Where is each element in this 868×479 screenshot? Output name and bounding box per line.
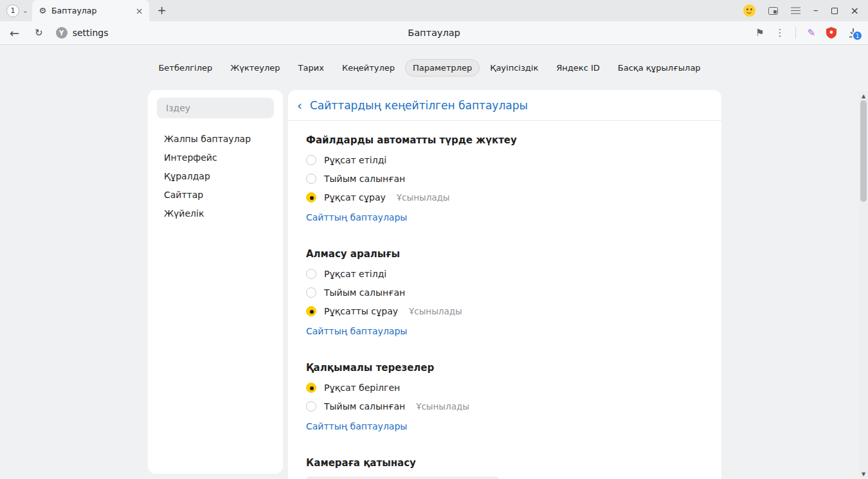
recommended-note: Ұсынылады bbox=[416, 401, 469, 411]
sidebar-item[interactable]: Интерфейс bbox=[148, 149, 283, 167]
tab-title: Баптаулар bbox=[51, 6, 131, 15]
settings-nav-tab[interactable]: Кеңейтулер bbox=[334, 59, 402, 77]
scrollbar[interactable]: ▲ ▼ bbox=[859, 91, 868, 479]
section-title: Камераға қатынасу bbox=[306, 458, 703, 469]
toolbar-right-icons: ⚑ ⋮ ✎ 1 bbox=[755, 21, 859, 44]
radio-option-row[interactable]: Рұқсат берілген bbox=[306, 383, 703, 393]
radio-button[interactable] bbox=[306, 155, 316, 165]
browser-tab-active[interactable]: ⚙ Баптаулар × bbox=[32, 0, 149, 21]
settings-nav-tab[interactable]: Яндекс ID bbox=[548, 59, 608, 77]
radio-option-row[interactable]: Рұқсат етілді bbox=[306, 155, 703, 165]
radio-button[interactable] bbox=[306, 383, 316, 393]
radio-option-row[interactable]: Рұқсат етілді bbox=[306, 269, 703, 279]
radio-option-row[interactable]: Тыйым салынған bbox=[306, 287, 703, 298]
browser-tab-strip: 1 ⌄ ⚙ Баптаулар × + – × bbox=[0, 0, 868, 21]
radio-label: Тыйым салынған bbox=[324, 174, 405, 184]
scrollbar-up-arrow-icon[interactable]: ▲ bbox=[859, 93, 868, 99]
settings-section: Файлдарды автоматты түрде жүктеуРұқсат е… bbox=[306, 135, 703, 223]
sidebar-item[interactable]: Жүйелік bbox=[148, 204, 283, 223]
site-badge-icon: Y bbox=[56, 27, 68, 39]
settings-page: БетбелгілерЖүктеулерТарихКеңейтулерПарам… bbox=[0, 46, 868, 479]
radio-label: Рұқсат етілді bbox=[324, 269, 386, 279]
sidebar-list: Жалпы баптауларИнтерфейсҚұралдарСайттарЖ… bbox=[148, 130, 283, 223]
window-minimize-button[interactable]: – bbox=[813, 6, 818, 15]
radio-button[interactable] bbox=[306, 192, 316, 203]
settings-nav-tab[interactable]: Жүктеулер bbox=[222, 59, 287, 77]
window-maximize-button[interactable] bbox=[831, 8, 838, 14]
page-title: Сайттардың кеңейтілген баптаулары bbox=[310, 99, 528, 112]
download-count-badge: 1 bbox=[852, 30, 863, 41]
settings-section: Қалқымалы терезелерРұқсат берілгенТыйым … bbox=[306, 363, 703, 432]
site-settings-link[interactable]: Сайттың баптаулары bbox=[306, 212, 407, 223]
recommended-note: Ұсынылады bbox=[409, 306, 462, 316]
side-panel-icon[interactable] bbox=[768, 7, 778, 15]
menu-hamburger-icon[interactable] bbox=[791, 10, 800, 12]
site-settings-link[interactable]: Сайттың баптаулары bbox=[306, 421, 407, 432]
sidebar-item[interactable]: Жалпы баптаулар bbox=[148, 130, 283, 149]
settings-main-card: ‹ Сайттардың кеңейтілген баптаулары Файл… bbox=[288, 90, 721, 479]
omnibox[interactable]: Y settings bbox=[56, 27, 109, 39]
tab-group-chevron-icon[interactable]: ⌄ bbox=[23, 7, 28, 14]
browser-toolbar: ← ↻ Y settings Баптаулар ⚑ ⋮ ✎ 1 bbox=[0, 21, 868, 45]
settings-nav: БетбелгілерЖүктеулерТарихКеңейтулерПарам… bbox=[0, 59, 859, 77]
new-tab-button[interactable]: + bbox=[157, 5, 166, 16]
site-settings-link[interactable]: Сайттың баптаулары bbox=[306, 326, 407, 337]
bookmark-icon[interactable]: ⚑ bbox=[755, 27, 764, 39]
radio-label: Рұқсатты сұрау bbox=[324, 306, 398, 316]
section-title: Алмасу аралығы bbox=[306, 249, 703, 260]
url-text[interactable]: settings bbox=[73, 28, 109, 38]
sidebar-item[interactable]: Құралдар bbox=[148, 167, 283, 186]
protect-shield-icon[interactable] bbox=[826, 27, 836, 39]
settings-section: Алмасу аралығыРұқсат етілдіТыйым салынға… bbox=[306, 249, 703, 337]
sidebar-item[interactable]: Сайттар bbox=[148, 186, 283, 204]
radio-option-row[interactable]: Рұқсат сұрауҰсынылады bbox=[306, 192, 703, 203]
settings-nav-tab[interactable]: Бетбелгілер bbox=[150, 59, 220, 77]
tab-close-icon[interactable]: × bbox=[136, 6, 143, 15]
settings-sections: Файлдарды автоматты түрде жүктеуРұқсат е… bbox=[288, 121, 721, 479]
settings-nav-tab[interactable]: Параметрлер bbox=[405, 59, 480, 77]
radio-label: Тыйым салынған bbox=[324, 401, 405, 411]
radio-button[interactable] bbox=[306, 401, 316, 411]
tab-strip-right-controls: – × bbox=[743, 5, 859, 17]
back-button[interactable]: ← bbox=[10, 26, 19, 40]
radio-label: Рұқсат берілген bbox=[324, 383, 400, 393]
assistant-icon[interactable] bbox=[743, 5, 755, 17]
gear-favicon-icon: ⚙ bbox=[39, 6, 46, 15]
toolbar-divider bbox=[795, 27, 796, 39]
radio-button[interactable] bbox=[306, 306, 316, 316]
search-box[interactable] bbox=[157, 98, 274, 118]
radio-option-row[interactable]: Тыйым салынған bbox=[306, 174, 703, 184]
settings-header: ‹ Сайттардың кеңейтілген баптаулары bbox=[288, 90, 721, 121]
download-icon[interactable]: 1 bbox=[847, 27, 859, 39]
radio-option-row[interactable]: Тыйым салынғанҰсынылады bbox=[306, 401, 703, 411]
scrollbar-down-arrow-icon[interactable]: ▼ bbox=[859, 471, 868, 477]
recommended-note: Ұсынылады bbox=[397, 192, 450, 203]
scrollbar-thumb[interactable] bbox=[860, 100, 867, 202]
radio-option-row[interactable]: Рұқсатты сұрауҰсынылады bbox=[306, 306, 703, 316]
reload-button[interactable]: ↻ bbox=[35, 27, 43, 39]
search-input[interactable] bbox=[165, 102, 266, 114]
radio-button[interactable] bbox=[306, 287, 316, 298]
settings-section: Камераға қатынасуcv9734_azurewave_camera… bbox=[306, 458, 703, 479]
omnibox-page-title: Баптаулар bbox=[408, 28, 460, 38]
settings-nav-tab[interactable]: Тарих bbox=[291, 59, 332, 77]
settings-sidebar: Жалпы баптауларИнтерфейсҚұралдарСайттарЖ… bbox=[148, 90, 283, 474]
radio-button[interactable] bbox=[306, 269, 316, 279]
more-options-icon[interactable]: ⋮ bbox=[775, 27, 784, 39]
camera-select[interactable]: cv9734_azurewave_camera Алдыңғы...⌄ bbox=[306, 476, 500, 479]
back-chevron-icon[interactable]: ‹ bbox=[297, 99, 302, 112]
tab-group-badge[interactable]: 1 bbox=[6, 5, 19, 17]
settings-nav-tab[interactable]: Қауіпсіздік bbox=[482, 59, 546, 77]
radio-label: Рұқсат етілді bbox=[324, 155, 386, 165]
section-title: Файлдарды автоматты түрде жүктеу bbox=[306, 135, 703, 146]
settings-nav-tab[interactable]: Басқа құрылғылар bbox=[610, 59, 709, 77]
radio-label: Рұқсат сұрау bbox=[324, 192, 386, 203]
window-close-button[interactable]: × bbox=[851, 6, 859, 16]
section-title: Қалқымалы терезелер bbox=[306, 363, 703, 374]
radio-button[interactable] bbox=[306, 174, 316, 184]
edit-pencil-icon[interactable]: ✎ bbox=[807, 27, 815, 39]
radio-label: Тыйым салынған bbox=[324, 287, 405, 298]
